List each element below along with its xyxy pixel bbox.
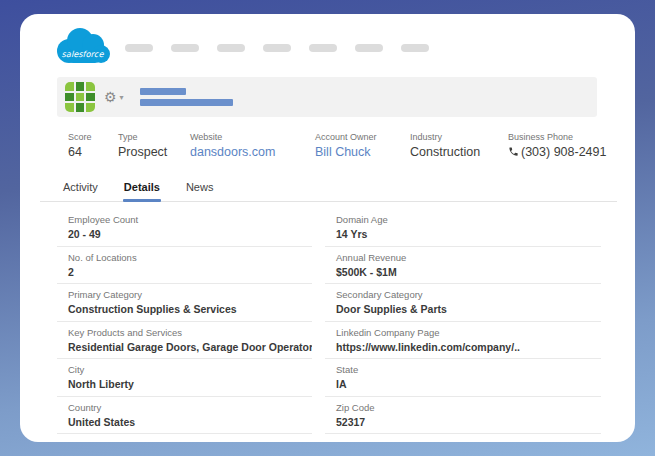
nav-item-placeholder[interactable]	[125, 44, 153, 52]
field-label: Country	[68, 402, 312, 414]
field-primary-category: Primary Category Construction Supplies &…	[57, 284, 312, 322]
field-annual-revenue: Annual Revenue $500K - $1M	[325, 247, 601, 285]
nav-item-placeholder[interactable]	[309, 44, 337, 52]
tab-activity[interactable]: Activity	[62, 177, 99, 201]
field-label: City	[68, 364, 312, 376]
chevron-down-icon: ▾	[120, 93, 124, 102]
stat-label: Industry	[410, 132, 480, 142]
stat-value: Construction	[410, 145, 480, 159]
field-state: State IA	[325, 359, 601, 397]
field-domain-age: Domain Age 14 Yrs	[325, 209, 601, 247]
phone-number-link[interactable]: (303) 908-2491	[521, 145, 606, 159]
field-linkedin-page: Linkedin Company Page https://www.linked…	[325, 322, 601, 360]
stat-label: Account Owner	[315, 132, 377, 142]
tab-details[interactable]: Details	[123, 177, 161, 201]
settings-control[interactable]: ⚙ ▾	[104, 89, 124, 105]
field-value: $500K - $1M	[336, 266, 601, 279]
field-city: City North Liberty	[57, 359, 312, 397]
field-label: Primary Category	[68, 289, 312, 301]
field-label: Domain Age	[336, 214, 601, 226]
salesforce-logo-text: salesforce	[61, 49, 104, 59]
details-panel: Employee Count 20 - 49 Domain Age 14 Yrs…	[57, 209, 601, 434]
field-value: 14 Yrs	[336, 228, 601, 241]
field-label: Annual Revenue	[336, 252, 601, 264]
nav-item-placeholder[interactable]	[263, 44, 291, 52]
field-value: Residential Garage Doors, Garage Door Op…	[68, 341, 312, 354]
stat-label: Score	[68, 132, 92, 142]
stat-website: Website dansdoors.com	[190, 132, 275, 159]
top-nav	[125, 44, 429, 52]
stat-score: Score 64	[68, 132, 92, 159]
stat-account-owner: Account Owner Bill Chuck	[315, 132, 377, 159]
record-tabs: Activity Details News	[40, 177, 617, 202]
field-label: Key Products and Services	[68, 327, 312, 339]
salesforce-cloud-icon: salesforce	[53, 26, 111, 70]
stat-industry: Industry Construction	[410, 132, 480, 159]
field-label: State	[336, 364, 601, 376]
stat-label: Website	[190, 132, 275, 142]
nav-item-placeholder[interactable]	[171, 44, 199, 52]
field-value: Door Supplies & Parts	[336, 303, 601, 316]
field-value: IA	[336, 378, 601, 391]
account-owner-link[interactable]: Bill Chuck	[315, 145, 377, 159]
app-launcher-icon[interactable]	[65, 82, 95, 112]
field-zip-code: Zip Code 52317	[325, 397, 601, 435]
field-label: Secondary Category	[336, 289, 601, 301]
stat-business-phone: Business Phone (303) 908-2491	[508, 132, 606, 159]
tab-news[interactable]: News	[185, 177, 215, 201]
stat-label: Type	[118, 132, 167, 142]
field-value: North Liberty	[68, 378, 312, 391]
stat-value: Prospect	[118, 145, 167, 159]
app-window: salesforce ⚙ ▾	[20, 14, 635, 442]
field-label: Linkedin Company Page	[336, 327, 601, 339]
field-value: 2	[68, 266, 312, 279]
field-key-products: Key Products and Services Residential Ga…	[57, 322, 312, 360]
field-country: Country United States	[57, 397, 312, 435]
field-no-of-locations: No. of Locations 2	[57, 247, 312, 285]
stat-value: 64	[68, 145, 92, 159]
field-value: Construction Supplies & Services	[68, 303, 312, 316]
field-value: 52317	[336, 416, 601, 429]
salesforce-logo: salesforce	[53, 26, 111, 74]
record-header-bar: ⚙ ▾	[57, 77, 597, 117]
page-background: salesforce ⚙ ▾	[0, 0, 655, 456]
field-label: No. of Locations	[68, 252, 312, 264]
stat-label: Business Phone	[508, 132, 606, 142]
phone-icon	[508, 146, 519, 157]
subtitle-bar-placeholder	[140, 99, 233, 106]
field-value: 20 - 49	[68, 228, 312, 241]
gear-icon: ⚙	[104, 89, 117, 105]
field-label: Zip Code	[336, 402, 601, 414]
field-secondary-category: Secondary Category Door Supplies & Parts	[325, 284, 601, 322]
nav-item-placeholder[interactable]	[217, 44, 245, 52]
nav-item-placeholder[interactable]	[355, 44, 383, 52]
stat-type: Type Prospect	[118, 132, 167, 159]
field-label: Employee Count	[68, 214, 312, 226]
title-bar-placeholder	[140, 88, 186, 95]
field-value: United States	[68, 416, 312, 429]
website-link[interactable]: dansdoors.com	[190, 145, 275, 159]
field-employee-count: Employee Count 20 - 49	[57, 209, 312, 247]
nav-item-placeholder[interactable]	[401, 44, 429, 52]
record-title-placeholder	[140, 88, 233, 106]
field-value: https://www.linkedin.com/company/..	[336, 341, 601, 354]
